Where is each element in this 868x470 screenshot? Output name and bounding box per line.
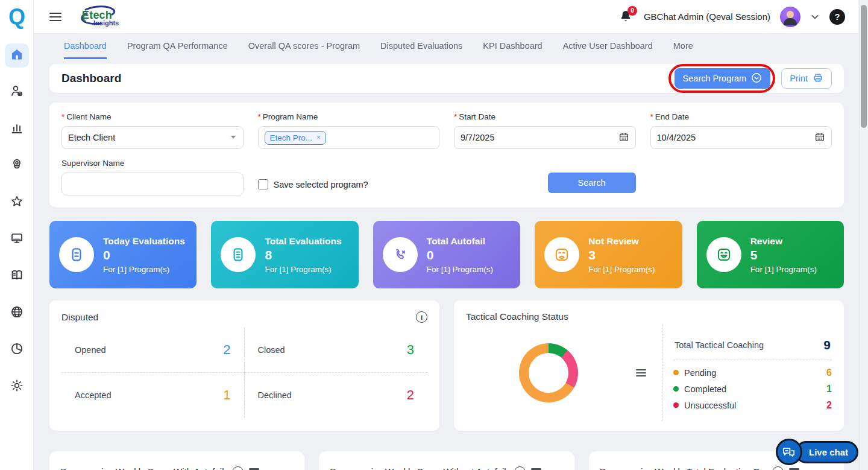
live-chat-button[interactable]: Live chat bbox=[776, 439, 858, 465]
calendar-icon bbox=[618, 132, 629, 144]
stat-card-total-evaluations[interactable]: Total Evaluations 8 For [1] Program(s) bbox=[211, 221, 358, 288]
disputed-panel: Disputed i Opened 2 Closed 3 Accepted 1 … bbox=[49, 300, 439, 431]
select-caret-icon bbox=[230, 133, 237, 142]
user-avatar[interactable] bbox=[780, 7, 800, 27]
info-icon[interactable]: i bbox=[514, 466, 526, 470]
sidebar-item-monitoring[interactable] bbox=[5, 227, 29, 252]
program-name-label: Program Name bbox=[263, 112, 318, 121]
legend-dot bbox=[673, 370, 679, 375]
card-weekly-score-without-autofail: Programwise Weekly Score Without Autofai… bbox=[319, 451, 574, 470]
required-asterisk: * bbox=[61, 112, 64, 121]
sidebar-item-settings[interactable] bbox=[5, 375, 29, 399]
chat-bubbles-icon bbox=[776, 439, 802, 465]
start-date-input[interactable] bbox=[461, 133, 618, 142]
nav-tabs: Dashboard Program QA Performance Overall… bbox=[34, 34, 858, 59]
tab-more[interactable]: More bbox=[673, 34, 693, 59]
disputed-accepted: Accepted 1 bbox=[61, 373, 245, 418]
app-logo-q[interactable]: Q bbox=[0, 0, 34, 34]
user-session-label: GBChat Admin (Qeval Session) bbox=[644, 11, 770, 22]
program-name-multiselect[interactable]: Etech Pro... × bbox=[258, 126, 440, 149]
end-date-picker[interactable] bbox=[650, 126, 832, 149]
start-date-picker[interactable] bbox=[454, 126, 636, 149]
search-program-annotation: Search Program bbox=[675, 68, 771, 89]
pie-chart-icon bbox=[10, 341, 24, 358]
field-start-date: *Start Date bbox=[454, 112, 636, 149]
bar-chart-icon bbox=[10, 121, 24, 138]
legend-completed[interactable]: Completed 1 bbox=[673, 384, 832, 395]
program-chip-label: Etech Pro... bbox=[270, 133, 313, 142]
disputed-opened: Opened 2 bbox=[61, 328, 245, 373]
stat-card-today-evaluations[interactable]: Today Evaluations 0 For [1] Program(s) bbox=[49, 221, 197, 288]
top-header: Etech Insights 0 GBChat Admin (Qeval Ses… bbox=[34, 0, 858, 34]
chart-menu-icon[interactable] bbox=[636, 369, 646, 377]
star-icon bbox=[10, 194, 24, 211]
stat-cards-row: Today Evaluations 0 For [1] Program(s) T… bbox=[49, 221, 844, 288]
print-label: Print bbox=[790, 74, 808, 83]
save-program-checkbox-row: Save selected program? bbox=[258, 179, 440, 189]
tab-dashboard[interactable]: Dashboard bbox=[64, 34, 107, 59]
tactical-total-row: Total Tactical Coaching 9 bbox=[673, 335, 832, 360]
required-asterisk: * bbox=[258, 112, 261, 121]
client-name-label: Client Name bbox=[66, 112, 111, 121]
sidebar-item-library[interactable] bbox=[5, 264, 29, 288]
calendar-icon bbox=[814, 132, 825, 144]
tab-overall-qa-scores[interactable]: Overall QA scores - Program bbox=[248, 34, 360, 59]
sidebar-item-reports[interactable] bbox=[5, 117, 29, 141]
book-icon bbox=[10, 268, 24, 285]
chip-remove-icon[interactable]: × bbox=[316, 133, 321, 142]
sidebar-item-home[interactable] bbox=[5, 43, 29, 68]
etech-insights-logo: Etech Insights bbox=[77, 5, 122, 29]
card-weekly-score-with-autofail: Programwise Weekly Score With Autofail i bbox=[49, 451, 304, 470]
sidebar-item-favorites[interactable] bbox=[5, 191, 29, 215]
tab-disputed-evaluations[interactable]: Disputed Evaluations bbox=[380, 34, 462, 59]
info-icon[interactable]: i bbox=[232, 466, 244, 470]
print-button[interactable]: Print bbox=[781, 68, 832, 89]
scrollbar-thumb[interactable] bbox=[861, 5, 867, 128]
vertical-scrollbar[interactable] bbox=[859, 0, 868, 470]
save-program-checkbox[interactable] bbox=[258, 179, 268, 189]
q-logo-icon: Q bbox=[8, 6, 25, 28]
sidebar-item-users[interactable] bbox=[5, 80, 29, 104]
stat-card-review[interactable]: Review 5 For [1] Program(s) bbox=[697, 221, 844, 288]
info-icon[interactable]: i bbox=[416, 311, 427, 323]
user-settings-icon bbox=[10, 84, 24, 101]
profile-chevron-down-icon[interactable] bbox=[810, 12, 820, 22]
supervisor-name-input[interactable] bbox=[68, 179, 237, 189]
sad-face-icon bbox=[544, 237, 579, 272]
sidebar-item-analytics[interactable] bbox=[5, 338, 29, 362]
notifications-button[interactable]: 0 bbox=[618, 9, 634, 25]
end-date-input[interactable] bbox=[657, 133, 815, 142]
legend-unsuccessful[interactable]: Unsuccessful 2 bbox=[673, 400, 832, 411]
search-button[interactable]: Search bbox=[548, 173, 636, 193]
client-name-select[interactable]: Etech Client bbox=[61, 126, 244, 149]
live-chat-label: Live chat bbox=[795, 441, 858, 463]
tactical-donut-chart[interactable] bbox=[519, 343, 578, 402]
menu-toggle-button[interactable] bbox=[49, 13, 61, 21]
tab-kpi-dashboard[interactable]: KPI Dashboard bbox=[483, 34, 542, 59]
info-icon[interactable]: i bbox=[772, 466, 784, 470]
program-chip[interactable]: Etech Pro... × bbox=[265, 131, 327, 145]
field-supervisor-name: Supervisor Name bbox=[61, 159, 244, 195]
left-sidebar: Q bbox=[0, 0, 34, 470]
search-program-button[interactable]: Search Program bbox=[675, 68, 771, 89]
legend-dot bbox=[673, 386, 679, 392]
stat-card-not-review[interactable]: Not Review 3 For [1] Program(s) bbox=[535, 221, 682, 288]
legend-pending[interactable]: Pending 6 bbox=[673, 367, 832, 378]
globe-icon bbox=[10, 305, 24, 322]
settings-gear-icon bbox=[10, 378, 24, 395]
tab-program-qa-performance[interactable]: Program QA Performance bbox=[127, 34, 228, 59]
tactical-title: Tactical Coaching Status bbox=[466, 311, 568, 322]
title-bar: Dashboard Search Program Print bbox=[49, 64, 844, 93]
save-program-label: Save selected program? bbox=[274, 180, 368, 189]
tab-active-user-dashboard[interactable]: Active User Dashboard bbox=[563, 34, 653, 59]
logo-text-insights: Insights bbox=[93, 19, 119, 27]
disputed-declined: Declined 2 bbox=[245, 373, 428, 418]
avatar-body bbox=[784, 18, 797, 25]
filter-panel: *Client Name Etech Client *Program Name … bbox=[49, 103, 844, 208]
stat-card-total-autofail[interactable]: Total Autofail 0 For [1] Program(s) bbox=[373, 221, 520, 288]
sidebar-item-quality[interactable] bbox=[5, 154, 29, 178]
phone-missed-icon bbox=[383, 237, 418, 272]
legend-dot bbox=[673, 402, 679, 408]
help-button[interactable]: ? bbox=[829, 9, 845, 25]
sidebar-item-global[interactable] bbox=[5, 301, 29, 325]
